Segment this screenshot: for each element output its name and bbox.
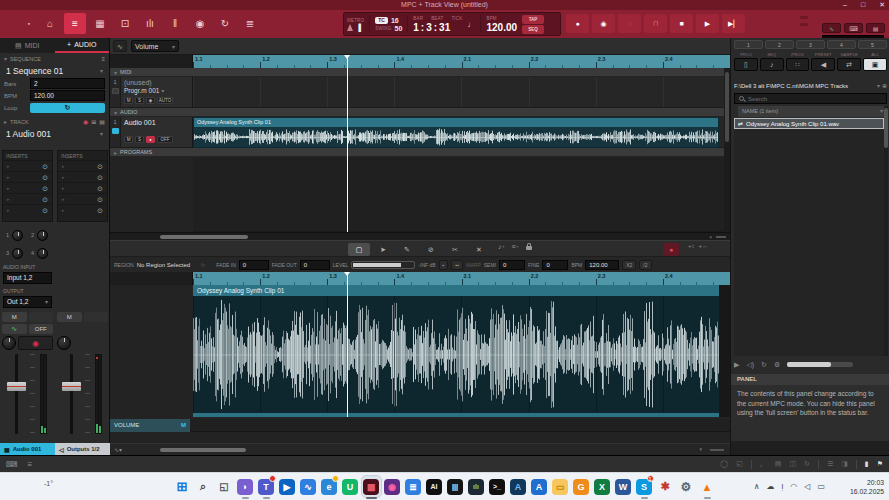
level-slider[interactable]	[351, 261, 415, 269]
bpm-value[interactable]: 120.00	[486, 22, 517, 33]
preview-volume-slider[interactable]	[787, 362, 853, 367]
maximize-button[interactable]: □	[861, 0, 865, 10]
mode-disc-button[interactable]: ◉	[189, 13, 211, 34]
send-knob-4[interactable]	[37, 248, 48, 259]
x2-button[interactable]: X2	[622, 260, 636, 270]
audio-clip[interactable]: Odyssey Analog Synth Clip 01	[193, 117, 719, 148]
fine-field[interactable]: 0	[542, 260, 568, 270]
mode-sample-edit-button[interactable]: ⊡	[114, 13, 136, 34]
power-icon[interactable]: ⊙	[97, 196, 103, 203]
tool-eraser[interactable]: ⊘	[420, 243, 442, 256]
loop-toggle[interactable]: ↻	[30, 103, 105, 113]
tool-arrow[interactable]: ➤	[372, 243, 394, 256]
taskbar-analytics-icon[interactable]: ılı	[467, 476, 486, 497]
midi-track-header[interactable]: 1 (unused) Progr.m 001 ▾ M S ◉ AUTO	[110, 77, 193, 108]
power-icon[interactable]: ⊙	[42, 196, 48, 203]
editor-playhead[interactable]	[347, 272, 348, 417]
taskbar-paint-red-icon[interactable]: ✱	[656, 476, 675, 497]
taskbar-mpc-icon[interactable]: ▦	[362, 476, 381, 497]
mode-cycle-button[interactable]: ↻	[214, 13, 236, 34]
sync-icon[interactable]: ◯	[720, 460, 728, 468]
file-row-selected[interactable]: ⇄Odyssey Analog Synth Clip 01.wav	[734, 118, 884, 129]
send-knob-1[interactable]	[12, 230, 23, 241]
filter-proj[interactable]: PROJ▯	[734, 52, 758, 71]
list-select[interactable]: ≡▾	[512, 243, 519, 250]
shortcut-3[interactable]: 3	[796, 40, 825, 49]
automation-icon[interactable]: ∿	[113, 40, 127, 52]
shortcut-5[interactable]: 5	[858, 40, 887, 49]
preset-filter-icon[interactable]: ◀	[811, 58, 835, 71]
output-pan-knob[interactable]	[57, 336, 71, 350]
midi-lane[interactable]	[193, 77, 730, 108]
taskbar-copilot-icon[interactable]: ◗	[236, 476, 255, 497]
insert-slot[interactable]: ▸⊙	[58, 182, 107, 193]
mode-track-stack-button[interactable]: ≣	[239, 13, 261, 34]
window-icon[interactable]: ◱	[736, 460, 743, 468]
volume-fader[interactable]	[7, 382, 26, 391]
shortcut-2[interactable]: 2	[765, 40, 794, 49]
mode-channel-mixer-button[interactable]: ‖	[164, 13, 186, 34]
onedrive-icon[interactable]: ☁	[767, 482, 775, 491]
power-icon[interactable]: ⊙	[97, 207, 103, 214]
taskbar-edge-icon[interactable]: e	[320, 476, 339, 497]
track-hscrollbar[interactable]: ▾	[110, 232, 730, 240]
output-volume-fader[interactable]	[62, 382, 81, 391]
region-loop-icon[interactable]: ↻	[201, 262, 205, 268]
editor-bpm-field[interactable]: 120.00	[585, 260, 619, 270]
taskbar-autodesk-a3-icon[interactable]: A	[530, 476, 549, 497]
record-arm-button[interactable]: ◉	[18, 336, 53, 350]
audio-off-button[interactable]: OFF	[157, 136, 173, 143]
minimize-button[interactable]: –	[843, 0, 847, 10]
shortcut-1[interactable]: 1	[734, 40, 763, 49]
volume-icon[interactable]: ◁	[804, 482, 810, 491]
taskbar-folder-icon[interactable]: ▭	[551, 476, 570, 497]
power-icon[interactable]: ⊙	[42, 185, 48, 192]
mode-pad-grid-button[interactable]: ▦	[89, 13, 111, 34]
mono-button[interactable]: ▪	[439, 260, 449, 270]
editor-clip-header[interactable]: Odyssey Analog Synth Clip 01	[193, 285, 719, 296]
path-bar[interactable]: F:\Dell 3 alt F\MPC C.nt\MGM MPC Tracks▾…	[734, 80, 887, 91]
tap-button[interactable]: TAP	[522, 15, 544, 24]
power-icon[interactable]: ⊙	[42, 163, 48, 170]
taskbar-search-icon[interactable]: ⌕	[194, 476, 213, 497]
tray-chevron-icon[interactable]: ∧	[754, 482, 760, 491]
midi-keys-toggle[interactable]: ⌨	[844, 23, 863, 33]
track-selector[interactable]: 1 Audio 001▾	[0, 127, 109, 140]
preview-loop-icon[interactable]: ↻	[761, 361, 767, 369]
seq-bpm-field[interactable]: 120.00	[30, 90, 105, 101]
mode-main-menu-button[interactable]: ▪	[22, 13, 36, 34]
seq-filter-icon[interactable]: ♪	[760, 58, 784, 71]
panel-icon[interactable]: ◨	[841, 460, 848, 468]
wifi-icon[interactable]: ◠	[790, 482, 797, 491]
metronome-icon[interactable]	[347, 24, 353, 31]
div2-button[interactable]: /2	[639, 260, 651, 270]
zoom-horizontal-icon[interactable]: +↔	[699, 243, 709, 249]
filter-seq[interactable]: SEQ♪	[760, 52, 784, 71]
midi-solo-button[interactable]: S	[135, 97, 144, 104]
tab-midi[interactable]: ▤MIDI	[0, 38, 55, 53]
seq-button[interactable]: SEQ	[522, 25, 544, 34]
monitor-off-button[interactable]: OFF	[29, 324, 54, 334]
samplerate-button[interactable]: ▪▪	[451, 260, 463, 270]
taskbar-app-ai-icon[interactable]: AI	[425, 476, 444, 497]
editor-playhead-marker[interactable]	[344, 272, 350, 276]
taskbar-live-icon[interactable]: |||	[446, 476, 465, 497]
playhead-marker[interactable]	[344, 55, 350, 59]
insert-slot[interactable]: ▸⊙	[3, 204, 52, 215]
tick-value[interactable]: 31	[439, 22, 450, 33]
proj-filter-icon[interactable]: ▯	[734, 58, 758, 71]
tool-mute[interactable]: ✕	[468, 243, 490, 256]
taskbar-clock[interactable]: 20:03 16.02.2025	[850, 478, 884, 496]
record-button[interactable]: ●	[566, 14, 589, 33]
mute-button[interactable]: M	[2, 312, 27, 322]
tab-audio[interactable]: +AUDIO	[55, 38, 110, 53]
editor-waveform-area[interactable]	[193, 296, 719, 413]
mode-home-button[interactable]: ⌂	[39, 13, 61, 34]
taskbar-teams-icon[interactable]: T	[257, 476, 276, 497]
taskbar-goldwave-icon[interactable]: G	[572, 476, 591, 497]
preview-play-icon[interactable]: ▶	[734, 361, 739, 369]
track-menu-icon[interactable]: ▤	[99, 118, 105, 125]
taskbar-clipchamp-icon[interactable]: ◉	[383, 476, 402, 497]
monitor-icon[interactable]: ∿	[2, 324, 27, 334]
pan-knob[interactable]	[2, 336, 16, 350]
